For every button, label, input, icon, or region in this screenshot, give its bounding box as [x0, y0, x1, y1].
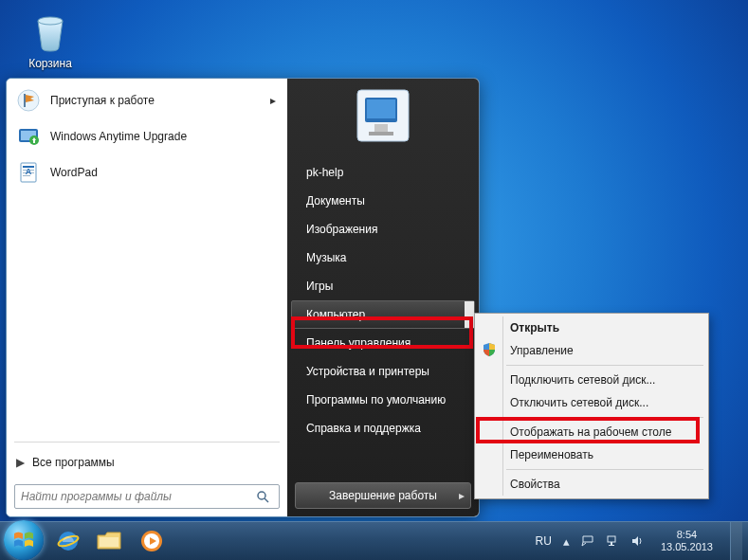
shutdown-button[interactable]: Завершение работы ▸: [295, 482, 471, 509]
start-menu-left-pane: Приступая к работе ▸ Windows Anytime Upg…: [7, 79, 287, 516]
context-menu: Открыть Управление Подключить сетевой ди…: [474, 313, 709, 499]
program-item-label: Windows Anytime Upgrade: [50, 130, 187, 143]
ctx-separator: [506, 469, 703, 470]
svg-rect-21: [100, 537, 119, 547]
svg-rect-2: [24, 94, 26, 107]
start-menu-right-pane: pk-help Документы Изображения Музыка Игр…: [287, 79, 479, 516]
taskbar-pin-explorer[interactable]: [91, 527, 129, 555]
explorer-icon: [96, 530, 124, 552]
annotation-highlight-show-on-desktop: [476, 417, 700, 443]
upgrade-icon: [16, 124, 41, 149]
system-tray: RU ▴ 8:54 13.05.2013: [536, 522, 748, 560]
start-button[interactable]: [4, 520, 44, 560]
wmp-icon: [139, 529, 164, 553]
svg-rect-18: [369, 132, 393, 135]
chevron-right-icon[interactable]: ▸: [459, 489, 465, 502]
all-programs-button[interactable]: ▶ Все программы: [7, 448, 287, 479]
language-indicator[interactable]: RU: [536, 534, 552, 548]
show-desktop-button[interactable]: [730, 522, 742, 560]
search-box[interactable]: [14, 484, 280, 509]
ctx-item-map-drive[interactable]: Подключить сетевой диск...: [504, 369, 705, 391]
search-icon: [256, 490, 279, 503]
shutdown-label: Завершение работы: [329, 489, 437, 502]
svg-text:A: A: [26, 167, 32, 176]
wordpad-icon: A: [16, 160, 41, 185]
triangle-right-icon: ▶: [16, 456, 25, 469]
ctx-item-disconnect-drive[interactable]: Отключить сетевой диск...: [504, 391, 705, 414]
show-hidden-icons[interactable]: ▴: [563, 534, 570, 549]
search-row: [7, 479, 287, 516]
action-center-icon[interactable]: [581, 534, 594, 548]
taskbar-clock[interactable]: 8:54 13.05.2013: [655, 529, 719, 553]
user-picture[interactable]: [356, 88, 410, 143]
svg-rect-26: [609, 545, 614, 546]
start-menu: Приступая к работе ▸ Windows Anytime Upg…: [6, 78, 480, 517]
places-list: pk-help Документы Изображения Музыка Игр…: [287, 158, 479, 443]
svg-rect-17: [374, 124, 388, 132]
volume-icon[interactable]: [630, 534, 644, 548]
program-item-wordpad[interactable]: A WordPad: [7, 154, 287, 190]
ctx-item-properties[interactable]: Свойства: [504, 473, 705, 496]
place-item-default-programs[interactable]: Программы по умолчанию: [291, 386, 475, 414]
clock-date: 13.05.2013: [661, 541, 713, 553]
taskbar-pin-wmp[interactable]: [133, 527, 171, 555]
place-item-help[interactable]: Справка и поддержка: [291, 414, 475, 443]
svg-line-13: [265, 498, 268, 502]
recycle-bin-icon: [28, 9, 72, 53]
ctx-item-manage[interactable]: Управление: [504, 339, 705, 362]
svg-rect-24: [608, 536, 615, 542]
flag-icon: [16, 88, 41, 113]
place-item-music[interactable]: Музыка: [291, 244, 475, 272]
desktop-icon-recycle-bin[interactable]: Корзина: [17, 9, 83, 70]
desktop-icon-label: Корзина: [17, 57, 83, 70]
place-item-devices-printers[interactable]: Устройства и принтеры: [291, 357, 475, 386]
taskbar: RU ▴ 8:54 13.05.2013: [0, 521, 748, 560]
recent-programs-list: Приступая к работе ▸ Windows Anytime Upg…: [7, 79, 287, 436]
taskbar-pin-ie[interactable]: [49, 527, 87, 555]
svg-point-12: [258, 492, 265, 499]
svg-rect-16: [367, 99, 395, 118]
program-item-label: Приступая к работе: [50, 94, 155, 107]
place-item-pictures[interactable]: Изображения: [291, 215, 475, 244]
all-programs-label: Все программы: [32, 456, 115, 469]
annotation-highlight-computer: [291, 316, 473, 349]
place-item-user[interactable]: pk-help: [291, 158, 475, 187]
ie-icon: [55, 528, 82, 554]
program-item-getting-started[interactable]: Приступая к работе ▸: [7, 82, 287, 118]
search-input[interactable]: [15, 490, 256, 503]
desktop: Корзина Приступая к работе ▸ Windows Any…: [0, 0, 748, 560]
program-item-label: WordPad: [50, 166, 98, 179]
shutdown-row: Завершение работы ▸: [295, 482, 471, 509]
ctx-separator: [506, 365, 703, 366]
ctx-item-open[interactable]: Открыть: [504, 316, 705, 339]
place-item-games[interactable]: Игры: [291, 272, 475, 300]
place-item-documents[interactable]: Документы: [291, 187, 475, 215]
network-icon[interactable]: [606, 534, 619, 548]
divider: [14, 442, 280, 443]
submenu-arrow-icon: ▸: [270, 94, 276, 107]
ctx-item-rename[interactable]: Переименовать: [504, 443, 705, 466]
shield-icon: [482, 342, 499, 359]
svg-rect-25: [611, 542, 612, 545]
windows-logo-icon: [11, 528, 36, 552]
clock-time: 8:54: [661, 529, 713, 541]
program-item-anytime-upgrade[interactable]: Windows Anytime Upgrade: [7, 118, 287, 154]
svg-point-0: [38, 17, 63, 25]
